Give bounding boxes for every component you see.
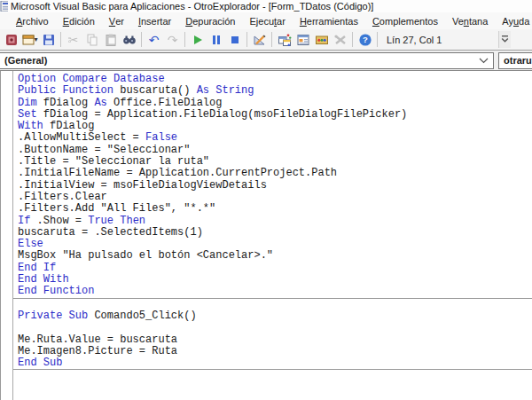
insert-object-button[interactable]: ▾	[20, 30, 39, 49]
break-icon	[209, 33, 223, 47]
menu-item-edicion[interactable]: Edición	[56, 12, 102, 29]
margin-indicator-bar[interactable]	[1, 71, 13, 400]
reset-button[interactable]	[225, 30, 244, 49]
toolbar-separator	[377, 32, 378, 47]
code-line[interactable]: Else	[18, 239, 532, 250]
cut-icon: ✂	[68, 34, 79, 46]
code-line[interactable]: buscaruta = .SelectedItems(1)	[18, 227, 532, 239]
view-microsoft-access-icon	[4, 33, 19, 47]
run-button[interactable]	[188, 30, 207, 49]
reset-icon	[228, 33, 242, 47]
find-button[interactable]	[120, 30, 138, 49]
toolbox-icon	[333, 33, 348, 47]
break-button[interactable]	[207, 30, 225, 49]
code-line[interactable]: .Filters.Add "All Files", "*.*"	[18, 203, 532, 215]
undo-icon: ↶	[149, 34, 160, 46]
code-line[interactable]: With fDialog	[18, 121, 532, 132]
toolbar-separator	[246, 32, 247, 47]
procedure-dropdown-value: otraru	[504, 55, 532, 66]
code-line[interactable]: .InitialView = msoFileDialogViewDetails	[18, 180, 532, 192]
code-line[interactable]: .Filters.Clear	[18, 192, 532, 203]
title-bar: Microsoft Visual Basic para Aplicaciones…	[0, 0, 532, 12]
menu-bar: ArchivoEdiciónVerInsertarDepuraciónEjecu…	[0, 12, 532, 29]
toolbox-button[interactable]	[331, 30, 349, 49]
help-icon: ?	[358, 33, 372, 47]
undo-button[interactable]: ↶	[145, 30, 163, 49]
code-line[interactable]: End Function	[18, 286, 532, 297]
code-line[interactable]: .AllowMultiSelect = False	[18, 132, 532, 144]
object-browser-icon	[315, 33, 329, 47]
insert-object-dropdown-caret[interactable]: ▾	[34, 35, 37, 43]
svg-text:?: ?	[363, 35, 368, 44]
code-line[interactable]: Dim fDialog As Office.FileDialog	[18, 98, 532, 109]
code-line[interactable]: Set fDialog = Application.FileDialog(mso…	[18, 109, 532, 121]
code-editor: Option Compare DatabasePublic Function b…	[0, 71, 532, 400]
run-icon	[191, 33, 205, 47]
code-line[interactable]: Public Function buscaruta() As String	[18, 85, 532, 97]
vba-ide-window: { "window": { "title": "Microsoft Visual…	[0, 0, 532, 400]
object-browser-button[interactable]	[312, 30, 331, 49]
toolbar-separator	[184, 32, 185, 47]
code-line[interactable]	[18, 322, 532, 333]
menu-item-complementos[interactable]: Complementos	[365, 12, 445, 29]
code-line[interactable]	[18, 299, 532, 310]
menu-item-ventana[interactable]: Ventana	[445, 12, 495, 29]
properties-window-button[interactable]	[293, 30, 312, 49]
code-line[interactable]: .InitialFileName = Application.CurrentPr…	[18, 168, 532, 179]
code-line[interactable]: If .Show = True Then	[18, 216, 532, 227]
paste-icon	[104, 33, 118, 47]
code-line[interactable]: .ButtonName = "Seleccionar"	[18, 145, 532, 156]
redo-button[interactable]: ↷	[163, 30, 182, 49]
redo-icon: ↷	[168, 34, 178, 46]
find-icon	[122, 33, 137, 47]
object-dropdown-value: (General)	[4, 55, 47, 66]
code-line[interactable]: End If	[18, 263, 532, 274]
properties-window-icon	[296, 33, 310, 47]
project-explorer-button[interactable]	[275, 30, 293, 49]
code-line[interactable]: Me.Imagen8.Picture = Ruta	[18, 346, 532, 357]
code-line[interactable]: .Title = "Seleccionar la ruta"	[18, 156, 532, 168]
save-icon	[42, 33, 56, 47]
design-mode-icon	[253, 33, 267, 47]
code-line[interactable]: End Sub	[18, 357, 532, 369]
cut-button[interactable]: ✂	[64, 30, 82, 49]
code-line[interactable]: Option Compare Database	[18, 74, 532, 85]
code-line[interactable]: MsgBox "Ha pulsado el botón <Cancelar>."	[18, 250, 532, 262]
project-explorer-icon	[278, 33, 292, 47]
menu-item-archivo[interactable]: Archivo	[9, 12, 56, 29]
save-button[interactable]	[39, 30, 58, 49]
toolbar-separator	[141, 32, 142, 47]
toolbar-separator	[271, 32, 272, 47]
paste-button[interactable]	[101, 30, 120, 49]
chevron-down-icon[interactable]	[479, 58, 489, 64]
toolbar-separator	[60, 32, 61, 47]
menu-item-ayuda[interactable]: Ayuda	[495, 12, 532, 29]
menu-item-herramientas[interactable]: Herramientas	[293, 12, 365, 29]
procedure-dropdown[interactable]: otraru	[498, 52, 532, 69]
design-mode-button[interactable]	[250, 30, 269, 49]
toolbar-separator	[352, 32, 353, 47]
procedure-separator	[13, 369, 532, 370]
menu-item-ver[interactable]: Ver	[102, 12, 131, 29]
code-line[interactable]: End With	[18, 274, 532, 286]
code-window-header: (General) otraru	[0, 51, 532, 71]
window-title: Microsoft Visual Basic para Aplicaciones…	[11, 0, 373, 12]
line-col-status: Lín 27, Col 1	[387, 35, 442, 45]
help-button[interactable]: ?	[356, 30, 374, 49]
code-text-area[interactable]: Option Compare DatabasePublic Function b…	[13, 71, 532, 400]
menu-item-depuracion[interactable]: Depuración	[178, 12, 242, 29]
menu-item-ejecutar[interactable]: Ejecutar	[243, 12, 293, 29]
view-microsoft-access-button[interactable]	[2, 30, 20, 49]
object-dropdown[interactable]: (General)	[0, 52, 494, 69]
menu-item-insertar[interactable]: Insertar	[131, 12, 178, 29]
code-line[interactable]: Me.Ruta.Value = buscaruta	[18, 334, 532, 346]
copy-icon	[85, 33, 99, 47]
toolbar: ▾✂↶↷?Lín 27, Col 1	[0, 29, 532, 51]
copy-button[interactable]	[82, 30, 101, 49]
code-line[interactable]: Private Sub Comando5_Click()	[18, 310, 532, 322]
toolbar-options-button[interactable]	[498, 31, 511, 48]
app-icon	[0, 1, 8, 12]
